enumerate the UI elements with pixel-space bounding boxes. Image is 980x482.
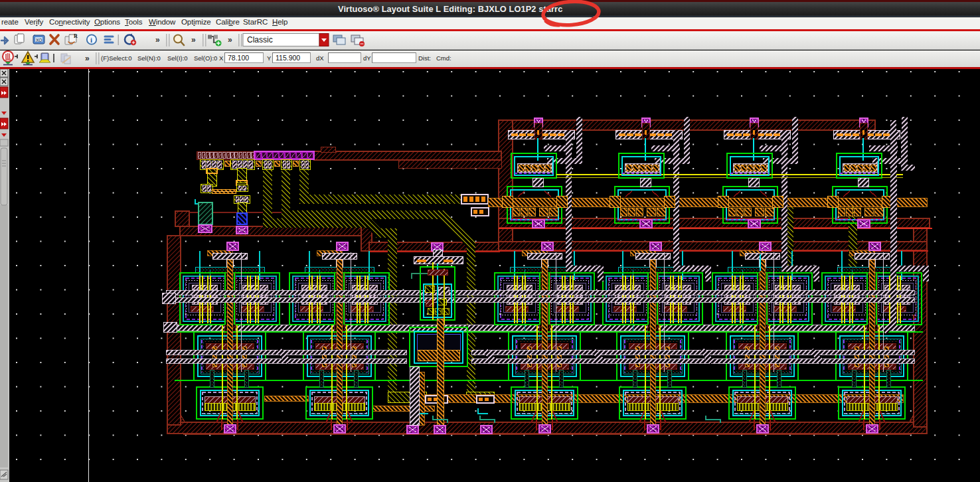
svg-text:R: R [74, 33, 78, 39]
svg-text:i: i [90, 36, 92, 44]
svg-text:»: » [228, 35, 232, 44]
svg-text:»: » [85, 54, 90, 63]
svg-text:XO: XO [36, 38, 42, 42]
svg-text:»: » [155, 35, 160, 44]
svg-text:Classic: Classic [247, 35, 273, 44]
svg-text:»: » [191, 35, 196, 44]
